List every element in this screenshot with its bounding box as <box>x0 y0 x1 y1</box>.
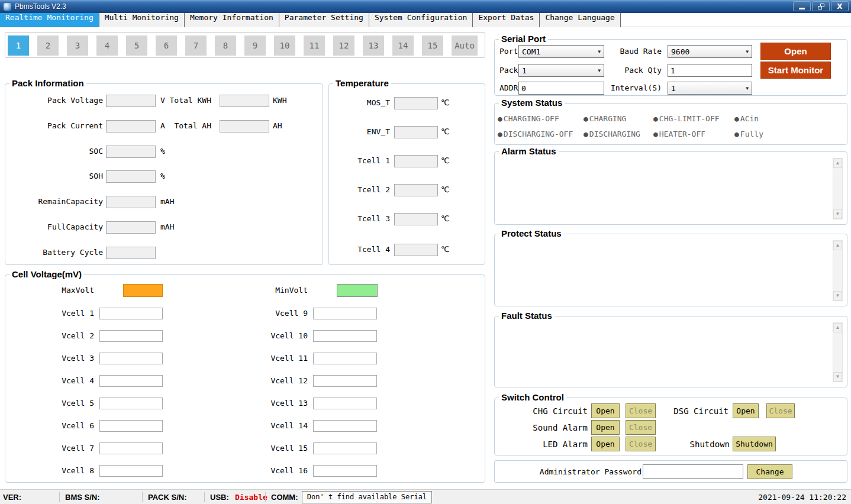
unit-total-ah: AH <box>273 121 282 130</box>
label-vcell-16: Vcell 16 <box>219 466 308 475</box>
serial-port-title: Serial Port <box>499 34 548 44</box>
scroll-up-icon[interactable]: ▲ <box>833 323 842 332</box>
statusbar-separator <box>142 492 143 502</box>
shutdown-button[interactable]: Shutdown <box>733 437 776 451</box>
comm-label: COMM: <box>271 493 298 502</box>
label-led-alarm: LED Alarm <box>499 440 588 449</box>
close-icon: X <box>837 3 842 10</box>
pack-button-2[interactable]: 2 <box>37 35 59 56</box>
pack-qty-input[interactable] <box>668 64 752 77</box>
label-vcell-5: Vcell 5 <box>5 399 94 408</box>
field-vcell-2 <box>99 330 163 342</box>
label-admin-password: Administrator Password <box>499 467 642 476</box>
label-baud-rate: Baud Rate <box>602 47 662 56</box>
field-vcell-10 <box>313 330 377 342</box>
tab-parameter-setting[interactable]: Parameter Setting <box>279 13 369 27</box>
field-vcell-1 <box>99 308 163 319</box>
label-pack: Pack <box>499 66 518 75</box>
indicator-chg-limit-off: ● CHG-LIMIT-OFF <box>653 114 720 123</box>
label-addr: ADDR <box>499 83 518 92</box>
pack-button-15[interactable]: 15 <box>422 35 443 56</box>
indicator-fully: ● Fully <box>734 130 763 138</box>
pack-button-3[interactable]: 3 <box>67 35 88 56</box>
interval-select[interactable]: 1 ▼ <box>668 82 752 95</box>
status-dot-icon: ● <box>734 115 739 122</box>
port-select[interactable]: COM1 ▼ <box>518 45 604 58</box>
close-button[interactable]: X <box>831 1 849 11</box>
tab-realtime-monitoring[interactable]: Realtime Monitoring <box>0 13 99 27</box>
label-shutdown: Shutdown <box>641 440 730 449</box>
temperature-title: Temperature <box>333 78 391 88</box>
label-soh: SOH <box>8 172 103 180</box>
pack-button-9[interactable]: 9 <box>244 35 266 56</box>
led-alarm-open-button[interactable]: Open <box>591 437 620 451</box>
protect-status-scrollbar[interactable]: ▲ ▼ <box>833 240 843 301</box>
field-vcell-3 <box>99 353 163 364</box>
change-password-button[interactable]: Change <box>747 464 792 479</box>
field-total-kwh <box>220 95 269 107</box>
admin-password-panel: Administrator Password Change <box>494 460 847 483</box>
addr-input[interactable] <box>518 82 604 95</box>
scroll-up-icon[interactable]: ▲ <box>833 159 842 168</box>
system-status-group: System Status ● CHARGING-OFF ● CHARGING … <box>494 103 847 145</box>
chg-circuit-open-button[interactable]: Open <box>591 403 620 418</box>
chevron-down-icon: ▼ <box>746 86 749 91</box>
label-min-volt: MinVolt <box>219 286 308 295</box>
pack-button-13[interactable]: 13 <box>363 35 384 56</box>
tab-change-language[interactable]: Change Language <box>540 13 620 27</box>
pack-button-10[interactable]: 10 <box>274 35 295 56</box>
pack-button-6[interactable]: 6 <box>156 35 177 56</box>
field-vcell-14 <box>313 420 377 432</box>
pack-button-8[interactable]: 8 <box>215 35 236 56</box>
scroll-down-icon[interactable]: ▼ <box>833 209 842 219</box>
baud-rate-value: 9600 <box>671 47 689 56</box>
open-button[interactable]: Open <box>760 43 831 60</box>
restore-icon <box>818 4 824 9</box>
label-battery-cycle: Battery Cycle <box>8 248 103 257</box>
tab-export-datas[interactable]: Export Datas <box>473 13 540 27</box>
tab-system-configuration[interactable]: System Configuration <box>369 13 473 27</box>
label-vcell-1: Vcell 1 <box>5 309 94 318</box>
tab-memory-information[interactable]: Memory Information <box>185 13 279 27</box>
pack-button-1[interactable]: 1 <box>8 35 29 56</box>
field-vcell-15 <box>313 442 377 454</box>
tab-bar: Realtime Monitoring Multi Monitoring Mem… <box>0 13 851 27</box>
scroll-down-icon[interactable]: ▼ <box>833 291 842 301</box>
pack-button-4[interactable]: 4 <box>96 35 118 56</box>
pack-select[interactable]: 1 ▼ <box>518 64 604 77</box>
label-tcell-1: Tcell 1 <box>331 156 390 165</box>
admin-password-input[interactable] <box>643 464 743 479</box>
dsg-circuit-open-button[interactable]: Open <box>733 403 759 418</box>
cell-voltage-group: Cell Voltage(mV) MaxVolt MinVolt Vcell 1… <box>5 274 485 483</box>
start-monitor-button[interactable]: Start Monitor <box>760 62 831 79</box>
scroll-down-icon[interactable]: ▼ <box>833 372 842 382</box>
label-max-volt: MaxVolt <box>5 286 94 295</box>
pack-button-11[interactable]: 11 <box>304 35 325 56</box>
minimize-button[interactable] <box>793 1 811 11</box>
restore-button[interactable] <box>812 1 830 11</box>
pack-button-5[interactable]: 5 <box>126 35 147 56</box>
statusbar-separator <box>204 492 205 502</box>
label-mos-t: MOS_T <box>331 98 390 107</box>
baud-rate-select[interactable]: 9600 ▼ <box>668 45 752 58</box>
sound-alarm-close-button[interactable]: Close <box>626 420 656 435</box>
pack-button-14[interactable]: 14 <box>392 35 414 56</box>
cell-voltage-title: Cell Voltage(mV) <box>9 269 84 279</box>
status-bar: VER: BMS S/N: PACK S/N: USB: Disable COM… <box>0 489 851 504</box>
label-sound-alarm: Sound Alarm <box>499 423 588 432</box>
status-dot-icon: ● <box>584 115 588 122</box>
label-vcell-7: Vcell 7 <box>5 444 94 453</box>
fault-status-scrollbar[interactable]: ▲ ▼ <box>833 322 843 382</box>
alarm-status-scrollbar[interactable]: ▲ ▼ <box>833 158 843 219</box>
pack-button-12[interactable]: 12 <box>333 35 354 56</box>
dsg-circuit-close-button[interactable]: Close <box>766 403 795 418</box>
pack-button-auto[interactable]: Auto <box>452 35 478 56</box>
pack-button-7[interactable]: 7 <box>185 35 207 56</box>
scroll-up-icon[interactable]: ▲ <box>833 241 842 250</box>
field-vcell-13 <box>313 398 377 409</box>
tab-multi-monitoring[interactable]: Multi Monitoring <box>99 13 185 27</box>
status-dot-icon: ● <box>734 130 739 138</box>
label-vcell-3: Vcell 3 <box>5 354 94 363</box>
sound-alarm-open-button[interactable]: Open <box>591 420 620 435</box>
indicator-discharging: ● DISCHARGING <box>584 130 640 138</box>
